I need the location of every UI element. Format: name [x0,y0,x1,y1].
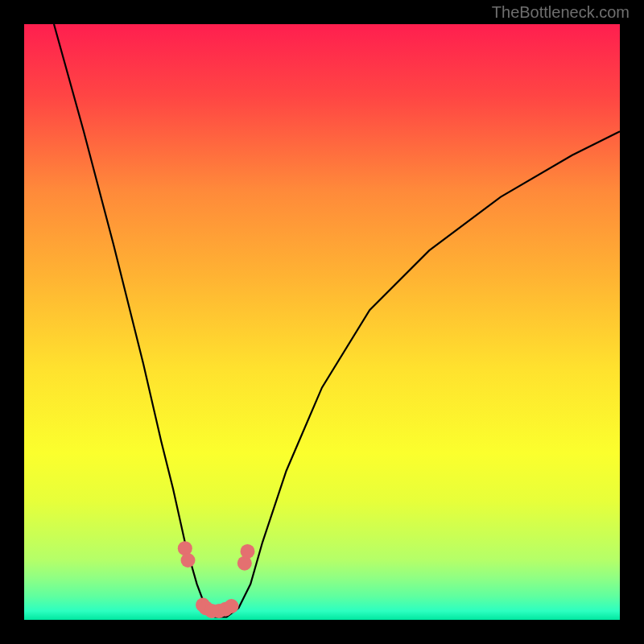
data-marker [181,553,196,568]
chart-stage: TheBottleneck.com [0,0,644,644]
chart-canvas [0,0,644,644]
plot-background [24,24,620,620]
data-marker [225,599,239,613]
data-marker [241,544,255,559]
